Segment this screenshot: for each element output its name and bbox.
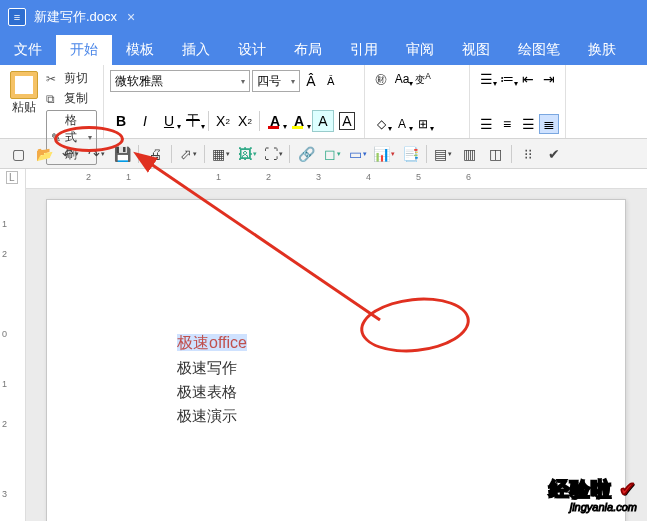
undo-button[interactable]: ↶▾ (58, 142, 82, 166)
new-button[interactable]: ▢ (6, 142, 30, 166)
align-center-button[interactable]: ≡ (497, 114, 517, 134)
subscript-button[interactable]: X2 (235, 110, 255, 132)
group-paragraph: ☰▾ ≔▾ ⇤ ⇥ ☰ ≡ ☰ ≣ (470, 65, 566, 138)
document-title: 新建写作.docx (34, 8, 117, 26)
close-tab-icon[interactable]: × (127, 9, 135, 25)
decrease-indent-button[interactable]: ⇤ (518, 69, 538, 89)
ruler-mark: 2 (2, 249, 7, 259)
separator (426, 145, 427, 163)
shapes-button[interactable]: ◻▾ (320, 142, 344, 166)
print-button[interactable]: 🖨 (143, 142, 167, 166)
textbox-button[interactable]: ▭▾ (346, 142, 370, 166)
tab-draw[interactable]: 绘图笔 (504, 35, 574, 65)
ruler-mark: 1 (2, 379, 7, 389)
word-count-button[interactable]: ⁝⁝ (516, 142, 540, 166)
copy-icon: ⧉ (46, 92, 60, 106)
doc-line-3[interactable]: 极速表格 (177, 380, 625, 404)
group-clipboard: 粘贴 ✂ 剪切 ⧉ 复制 ✎ 格式刷 ▾ (0, 65, 104, 138)
group-font: 微软雅黑 ▾ 四号 ▾ Â Ǎ B I U▾ 干▾ X2 X2 A▾ A▾ … (104, 65, 365, 138)
save-button[interactable]: 💾 (110, 142, 134, 166)
ruler-mark: 3 (316, 172, 321, 182)
ruler-mark: 2 (266, 172, 271, 182)
doc-line-4[interactable]: 极速演示 (177, 404, 625, 428)
page-number-button[interactable]: ▥ (457, 142, 481, 166)
ruler-mark: 1 (2, 219, 7, 229)
superscript-button[interactable]: X2 (213, 110, 233, 132)
shrink-font-button[interactable]: Ǎ (322, 71, 340, 91)
watermark-text: 经验啦 (549, 478, 612, 500)
align-justify-button[interactable]: ≣ (539, 114, 559, 134)
phonetic-guide-button[interactable]: 变A (413, 69, 433, 89)
grow-font-button[interactable]: Â (302, 71, 320, 91)
ruler-mark: 4 (366, 172, 371, 182)
tab-file[interactable]: 文件 (0, 35, 56, 65)
select-cursor-button[interactable]: ⬀▾ (176, 142, 200, 166)
align-left-button[interactable]: ☰ (476, 114, 496, 134)
tab-template[interactable]: 模板 (112, 35, 168, 65)
ruler-mark: 2 (2, 419, 7, 429)
tab-layout[interactable]: 布局 (280, 35, 336, 65)
quick-access-toolbar: ▢ 📂 ↶▾ ↷▾ 💾 🖨 ⬀▾ ▦▾ 🖼▾ ⛶▾ 🔗 ◻▾ ▭▾ 📊▾ 📑 ▤… (0, 139, 647, 169)
doc-line-1[interactable]: 极速office (177, 334, 247, 351)
numbering-button[interactable]: ≔▾ (497, 69, 517, 89)
page-content[interactable]: 极速office 极速写作 极速表格 极速演示 (47, 200, 625, 428)
align-right-button[interactable]: ☰ (518, 114, 538, 134)
image-button[interactable]: 🖼▾ (235, 142, 259, 166)
header-footer-button[interactable]: ▤▾ (431, 142, 455, 166)
char-scale-button[interactable]: A▾ (392, 114, 412, 134)
separator (259, 111, 260, 131)
separator (204, 145, 205, 163)
change-case-button[interactable]: Aa▾ (392, 69, 412, 89)
tab-design[interactable]: 设计 (224, 35, 280, 65)
underline-button[interactable]: U▾ (158, 110, 180, 132)
bookmark-button[interactable]: 📑 (398, 142, 422, 166)
cut-button[interactable]: ✂ 剪切 (46, 70, 97, 87)
title-bar: ≡ 新建写作.docx × (0, 0, 647, 33)
doc-icon: ≡ (8, 8, 26, 26)
table-button[interactable]: ▦▾ (209, 142, 233, 166)
chart-button[interactable]: 📊▾ (372, 142, 396, 166)
open-button[interactable]: 📂 (32, 142, 56, 166)
char-shading-button[interactable]: A (312, 110, 334, 132)
tab-review[interactable]: 审阅 (392, 35, 448, 65)
copy-button[interactable]: ⧉ 复制 (46, 90, 97, 107)
tab-reference[interactable]: 引用 (336, 35, 392, 65)
increase-indent-button[interactable]: ⇥ (539, 69, 559, 89)
tab-skin[interactable]: 换肤 (574, 35, 630, 65)
bullets-button[interactable]: ☰▾ (476, 69, 496, 89)
tab-home[interactable]: 开始 (56, 35, 112, 65)
watermark-button[interactable]: ◫ (483, 142, 507, 166)
asian-layout-button[interactable]: ⊞▾ (413, 114, 433, 134)
tab-view[interactable]: 视图 (448, 35, 504, 65)
scissors-icon: ✂ (46, 72, 60, 86)
font-name-select[interactable]: 微软雅黑 ▾ (110, 70, 250, 92)
ribbon-tabs: 文件 开始 模板 插入 设计 布局 引用 审阅 视图 绘图笔 换肤 (0, 33, 647, 65)
separator (289, 145, 290, 163)
clear-format-button[interactable]: ◇▾ (371, 114, 391, 134)
tab-insert[interactable]: 插入 (168, 35, 224, 65)
link-button[interactable]: 🔗 (294, 142, 318, 166)
separator (208, 111, 209, 131)
circled-char-button[interactable]: ㊖ (371, 69, 391, 89)
cut-label: 剪切 (64, 70, 88, 87)
paste-icon (10, 71, 38, 99)
ruler-tab-indicator[interactable]: L (6, 171, 18, 184)
italic-button[interactable]: I (134, 110, 156, 132)
spellcheck-button[interactable]: ✔ (542, 142, 566, 166)
bold-button[interactable]: B (110, 110, 132, 132)
screenshot-button[interactable]: ⛶▾ (261, 142, 285, 166)
redo-button[interactable]: ↷▾ (84, 142, 108, 166)
page[interactable]: 极速office 极速写作 极速表格 极速演示 (46, 199, 626, 521)
check-icon: ✔ (619, 478, 637, 500)
ruler-mark: 3 (2, 489, 7, 499)
font-size-select[interactable]: 四号 ▾ (252, 70, 300, 92)
ruler-mark: 1 (126, 172, 131, 182)
doc-line-2[interactable]: 极速写作 (177, 356, 625, 380)
strikethrough-button[interactable]: 干▾ (182, 110, 204, 132)
font-color-button[interactable]: A▾ (264, 110, 286, 132)
ribbon: 粘贴 ✂ 剪切 ⧉ 复制 ✎ 格式刷 ▾ 微软 (0, 65, 647, 139)
char-border-button[interactable]: A (336, 110, 358, 132)
highlight-button[interactable]: A▾ (288, 110, 310, 132)
document-area[interactable]: 2 1 1 2 3 4 5 6 极速office 极速写作 极速表格 极速演示 (26, 169, 647, 521)
watermark: 经验啦 ✔ jingyanla.com (549, 476, 637, 513)
